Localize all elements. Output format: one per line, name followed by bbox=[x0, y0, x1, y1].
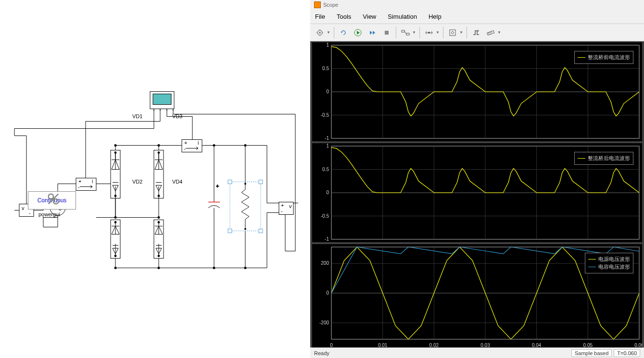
label-vd3: VD3 bbox=[172, 113, 182, 119]
svg-point-55 bbox=[244, 267, 247, 269]
capacitor[interactable]: + bbox=[208, 179, 220, 232]
diode-vd2[interactable] bbox=[111, 220, 120, 259]
svg-rect-40 bbox=[228, 180, 232, 184]
svg-point-57 bbox=[319, 32, 321, 34]
svg-rect-43 bbox=[259, 229, 263, 233]
menu-bar: File Tools View Simulation Help bbox=[310, 10, 644, 24]
svg-point-34 bbox=[158, 255, 160, 257]
status-time: T=0.060 bbox=[614, 349, 640, 357]
triggers-button[interactable] bbox=[469, 26, 483, 39]
run-button[interactable] bbox=[351, 26, 365, 39]
svg-point-46 bbox=[114, 144, 117, 147]
autoscale-button[interactable] bbox=[446, 26, 459, 39]
diode-vd4[interactable] bbox=[154, 220, 164, 259]
svg-point-54 bbox=[213, 267, 215, 269]
svg-point-27 bbox=[158, 152, 160, 154]
scope-window: Scope File Tools View Simulation Help ▼ … bbox=[310, 0, 644, 358]
svg-text:i: i bbox=[198, 140, 199, 146]
diode-vd1[interactable] bbox=[111, 150, 120, 198]
voltage-sensor-right[interactable]: v + - bbox=[279, 202, 293, 215]
diode-vd3[interactable] bbox=[154, 150, 164, 198]
svg-line-70 bbox=[490, 32, 490, 33]
svg-line-69 bbox=[489, 32, 489, 34]
menu-simulation[interactable]: Simulation bbox=[386, 11, 419, 22]
svg-text:200: 200 bbox=[321, 260, 329, 266]
resistor-load[interactable] bbox=[228, 180, 263, 233]
svg-text:1: 1 bbox=[326, 42, 329, 48]
svg-rect-68 bbox=[487, 30, 494, 35]
svg-text:-200: -200 bbox=[319, 320, 329, 325]
legend-2-label: 整流桥后电流波形 bbox=[588, 155, 630, 162]
svg-point-48 bbox=[114, 216, 117, 219]
svg-text:0: 0 bbox=[326, 290, 329, 296]
menu-view[interactable]: View bbox=[361, 11, 378, 22]
legend-1-label: 整流桥前电流波形 bbox=[588, 54, 630, 61]
current-sensor-1[interactable]: + i - bbox=[76, 178, 96, 191]
app-icon bbox=[314, 1, 321, 8]
svg-point-47 bbox=[158, 144, 160, 147]
svg-text:-0.5: -0.5 bbox=[321, 112, 329, 118]
measurements-button[interactable] bbox=[484, 26, 497, 39]
window-title: Scope bbox=[323, 2, 338, 8]
svg-point-50 bbox=[114, 267, 117, 269]
svg-text:+: + bbox=[184, 140, 187, 146]
status-ready: Ready bbox=[314, 350, 329, 356]
svg-text:0.02: 0.02 bbox=[429, 343, 439, 347]
svg-text:-: - bbox=[184, 146, 186, 151]
svg-text:-1: -1 bbox=[325, 136, 329, 141]
powergui-block[interactable]: Continuous bbox=[28, 191, 76, 210]
svg-text:0: 0 bbox=[330, 343, 333, 347]
svg-point-31 bbox=[114, 255, 116, 257]
chevron-down-icon[interactable]: ▼ bbox=[497, 30, 502, 35]
svg-text:-1: -1 bbox=[325, 236, 329, 242]
scope-block[interactable] bbox=[150, 92, 174, 111]
svg-point-53 bbox=[244, 144, 247, 147]
legend-3: 电源电压波形 电容电压波形 bbox=[585, 253, 633, 273]
zoom-x-button[interactable] bbox=[422, 26, 436, 39]
settings-button[interactable] bbox=[313, 26, 327, 39]
svg-text:0: 0 bbox=[326, 190, 329, 195]
toolbar: ▼ ▼ ▼ ▼ ▼ bbox=[310, 24, 644, 41]
menu-tools[interactable]: Tools bbox=[335, 11, 353, 22]
plots-area: -1-0.500.51 整流桥前电流波形 -1-0.500.51 整流桥后电流波… bbox=[310, 41, 644, 347]
svg-rect-64 bbox=[402, 30, 404, 32]
legend-3-label-1: 电源电压波形 bbox=[598, 256, 630, 263]
plot-2[interactable]: -1-0.500.51 整流桥后电流波形 bbox=[312, 143, 642, 242]
chevron-down-icon[interactable]: ▼ bbox=[412, 30, 417, 35]
svg-rect-1 bbox=[153, 94, 171, 105]
svg-text:0.01: 0.01 bbox=[378, 343, 388, 347]
signal-selector-button[interactable] bbox=[399, 26, 412, 39]
svg-text:+: + bbox=[78, 178, 81, 184]
svg-text:0.04: 0.04 bbox=[532, 343, 542, 347]
menu-help[interactable]: Help bbox=[427, 11, 443, 22]
svg-text:0: 0 bbox=[326, 89, 329, 94]
plot-3[interactable]: 00.010.020.030.040.050.06-2000200 电源电压波形… bbox=[312, 244, 642, 347]
legend-1: 整流桥前电流波形 bbox=[574, 51, 633, 64]
plot-1[interactable]: -1-0.500.51 整流桥前电流波形 bbox=[312, 42, 642, 141]
svg-text:i: i bbox=[92, 178, 93, 184]
svg-line-71 bbox=[491, 31, 492, 33]
status-sample: Sample based bbox=[571, 349, 612, 357]
label-vd2: VD2 bbox=[132, 179, 142, 185]
svg-text:0.05: 0.05 bbox=[583, 343, 593, 347]
menu-file[interactable]: File bbox=[313, 11, 327, 22]
svg-rect-67 bbox=[450, 30, 455, 36]
title-bar[interactable]: Scope bbox=[310, 0, 644, 10]
svg-point-45 bbox=[244, 228, 246, 230]
svg-point-44 bbox=[244, 183, 246, 185]
svg-point-51 bbox=[158, 267, 160, 269]
chevron-down-icon[interactable]: ▼ bbox=[436, 30, 441, 35]
stop-button[interactable] bbox=[380, 26, 393, 39]
svg-point-25 bbox=[114, 195, 116, 197]
step-button[interactable] bbox=[366, 26, 379, 39]
svg-text:0.03: 0.03 bbox=[480, 343, 490, 347]
svg-text:+: + bbox=[281, 202, 284, 208]
svg-rect-41 bbox=[259, 180, 263, 184]
svg-text:-0.5: -0.5 bbox=[321, 213, 329, 219]
simulink-canvas[interactable]: v + - + i - + i bbox=[0, 0, 310, 358]
chevron-down-icon[interactable]: ▼ bbox=[327, 30, 331, 35]
chevron-down-icon[interactable]: ▼ bbox=[459, 30, 464, 35]
restart-button[interactable] bbox=[337, 26, 350, 39]
svg-point-33 bbox=[158, 222, 160, 223]
current-sensor-2[interactable]: + i - bbox=[182, 140, 202, 152]
